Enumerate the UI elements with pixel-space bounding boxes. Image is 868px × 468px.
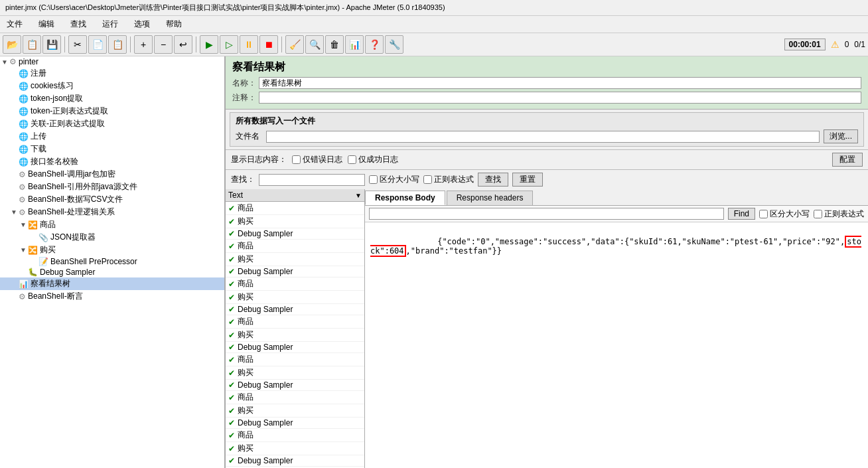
tab-response-body[interactable]: Response Body <box>365 191 445 205</box>
broom-button[interactable]: 🧹 <box>285 35 304 54</box>
case-sensitive-checkbox[interactable] <box>369 175 378 184</box>
save-button[interactable]: 💾 <box>42 35 61 54</box>
help-button[interactable]: ❓ <box>365 35 384 54</box>
regex-checkbox[interactable] <box>423 175 432 184</box>
result-item-17[interactable]: ✔ 购买 <box>226 404 364 418</box>
result-item-15[interactable]: ✔ Debug Sampler <box>226 380 364 391</box>
tree-node-chakan[interactable]: 📊 察看结果树 <box>0 277 224 290</box>
result-item-11[interactable]: ✔ 购买 <box>226 329 364 342</box>
icon-shangchuan: 🌐 <box>19 132 29 141</box>
dropdown-arrow[interactable]: ▼ <box>355 192 362 199</box>
result-text-12: Debug Sampler <box>238 343 293 352</box>
label-goumai-group: 购买 <box>40 244 56 256</box>
tree-node-bs-pre[interactable]: 📝 BeanShell PreProcessor <box>0 256 224 267</box>
menu-file[interactable]: 文件 <box>3 17 27 31</box>
result-item-13[interactable]: ✔ 商品 <box>226 353 364 366</box>
reset-button[interactable]: 重置 <box>512 173 543 187</box>
tree-node-token-json[interactable]: 🌐 token-json提取 <box>0 92 224 105</box>
cut-button[interactable]: ✂ <box>68 35 87 54</box>
remove-button[interactable]: − <box>154 35 173 54</box>
stop-button[interactable]: ⏹ <box>259 35 278 54</box>
tree-node-zhuce[interactable]: 🌐 注册 <box>0 67 224 80</box>
find-input[interactable] <box>369 208 724 220</box>
tree-node-jiaoyan[interactable]: 🌐 接口签名校验 <box>0 155 224 168</box>
menu-edit[interactable]: 编辑 <box>35 17 58 31</box>
result-item-14[interactable]: ✔ 购买 <box>226 366 364 380</box>
tree-node-pinter[interactable]: ▼ ⚙ pinter <box>0 56 224 67</box>
copy-button[interactable]: 📄 <box>88 35 107 54</box>
result-item-19[interactable]: ✔ 商品 <box>226 429 364 442</box>
result-item-7[interactable]: ✔ 商品 <box>226 277 364 291</box>
result-item-9[interactable]: ✔ Debug Sampler <box>226 304 364 315</box>
report-button[interactable]: 📊 <box>345 35 364 54</box>
result-item-1[interactable]: ✔ 商品 <box>226 202 364 215</box>
result-item-6[interactable]: ✔ Debug Sampler <box>226 266 364 277</box>
result-item-16[interactable]: ✔ 商品 <box>226 391 364 404</box>
menu-help[interactable]: 帮助 <box>162 17 186 31</box>
check-icon-3: ✔ <box>228 229 235 238</box>
result-item-8[interactable]: ✔ 购买 <box>226 291 364 304</box>
menu-run[interactable]: 运行 <box>98 17 122 31</box>
tree-node-shangpin-group[interactable]: ▼ 🔀 商品 <box>0 218 224 231</box>
pause-button[interactable]: ⏸ <box>240 35 258 54</box>
file-input[interactable] <box>266 131 820 143</box>
search-input[interactable] <box>259 174 365 186</box>
tree-node-shangchuan[interactable]: 🌐 上传 <box>0 130 224 143</box>
browse-button[interactable]: 浏览... <box>824 129 858 143</box>
comment-input[interactable] <box>259 92 861 104</box>
icon-guanlian: 🌐 <box>19 119 29 129</box>
result-item-18[interactable]: ✔ Debug Sampler <box>226 418 364 429</box>
result-item-12[interactable]: ✔ Debug Sampler <box>226 342 364 353</box>
result-item-21[interactable]: ✔ Debug Sampler <box>226 455 364 467</box>
open-button[interactable]: 📂 <box>3 35 21 54</box>
label-bs-jar: BeanShell-调用jar包加密 <box>28 169 115 180</box>
result-text-11: 购买 <box>238 329 253 341</box>
result-item-3[interactable]: ✔ Debug Sampler <box>226 228 364 240</box>
tree-node-bs-java[interactable]: ⚙ BeanShell-引用外部java源文件 <box>0 181 224 193</box>
tree-node-bs-csv[interactable]: ⚙ BeanShell-数据写CSV文件 <box>0 193 224 206</box>
regex-label: 正则表达式 <box>434 174 474 185</box>
tree-node-cookies[interactable]: 🌐 cookies练习 <box>0 80 224 92</box>
tree-node-json-extractor[interactable]: 📎 JSON提取器 <box>0 231 224 244</box>
tree-node-token-regex[interactable]: 🌐 token-正则表达式提取 <box>0 105 224 117</box>
result-item-5[interactable]: ✔ 购买 <box>226 253 364 266</box>
binoculars-button[interactable]: 🔍 <box>305 35 324 54</box>
menu-options[interactable]: 选项 <box>130 17 154 31</box>
search-button[interactable]: 查找 <box>478 173 508 187</box>
case-sensitive-label: 区分大小写 <box>380 174 419 185</box>
start-nopause-button[interactable]: ▷ <box>220 35 238 54</box>
tree-node-bs-logic[interactable]: ▼ ⚙ BeanShell-处理逻辑关系 <box>0 206 224 218</box>
label-xiazai: 下载 <box>31 143 46 155</box>
tree-node-goumai-group[interactable]: ▼ 🔀 购买 <box>0 244 224 256</box>
menu-find[interactable]: 查找 <box>66 17 90 31</box>
success-only-checkbox[interactable] <box>348 155 356 164</box>
function-button[interactable]: 🔧 <box>385 35 403 54</box>
tree-node-bs-jar[interactable]: ⚙ BeanShell-调用jar包加密 <box>0 168 224 181</box>
undo-button[interactable]: ↩ <box>174 35 192 54</box>
json-content: {"code":"0","message":"success","data":{… <box>368 225 865 268</box>
name-input[interactable] <box>259 77 861 89</box>
start-button[interactable]: ▶ <box>200 35 218 54</box>
add-button[interactable]: + <box>134 35 153 54</box>
result-item-4[interactable]: ✔ 商品 <box>226 240 364 253</box>
icon-shangpin-group: 🔀 <box>28 220 38 230</box>
tree-node-xiazai[interactable]: 🌐 下载 <box>0 143 224 155</box>
save-as-button2[interactable]: 📋 <box>23 35 41 54</box>
result-item-2[interactable]: ✔ 购买 <box>226 215 364 228</box>
response-body[interactable]: {"code":"0","message":"success","data":{… <box>365 222 868 468</box>
result-text-16: 商品 <box>238 392 253 403</box>
result-item-20[interactable]: ✔ 购买 <box>226 442 364 455</box>
config-button[interactable]: 配置 <box>832 153 863 167</box>
tree-node-debug-sampler[interactable]: 🐛 Debug Sampler <box>0 267 224 277</box>
detail-tabs: Response Body Response headers <box>365 189 868 206</box>
tree-node-bs-assert[interactable]: ⚙ BeanShell-断言 <box>0 290 224 303</box>
error-only-checkbox[interactable] <box>292 155 301 164</box>
find-case-checkbox[interactable] <box>759 210 768 218</box>
tab-response-headers[interactable]: Response headers <box>447 191 534 205</box>
find-button[interactable]: Find <box>728 208 755 220</box>
result-item-10[interactable]: ✔ 商品 <box>226 315 364 329</box>
clear-all-button[interactable]: 🗑 <box>325 35 344 54</box>
tree-node-guanlian[interactable]: 🌐 关联-正则表达式提取 <box>0 117 224 130</box>
find-regex-checkbox[interactable] <box>814 210 822 218</box>
paste-button[interactable]: 📋 <box>108 35 127 54</box>
